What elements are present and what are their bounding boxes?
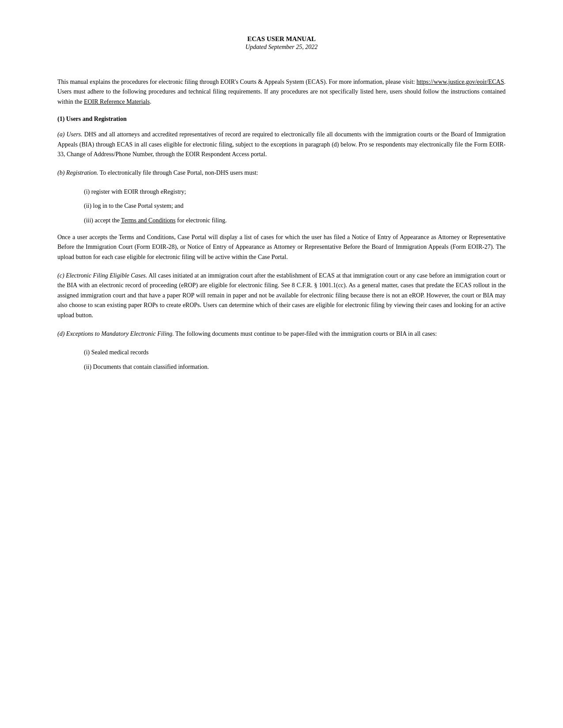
subsection-c-paragraph: (c) Electronic Filing Eligible Cases. Al… <box>57 271 506 320</box>
list-item-b-iii: (iii) accept the Terms and Conditions fo… <box>84 216 506 225</box>
subsection-b-list: (i) register with EOIR through eRegistry… <box>84 187 506 225</box>
eoir-reference-link[interactable]: EOIR Reference Materials <box>84 98 150 105</box>
after-list-b-paragraph: Once a user accepts the Terms and Condit… <box>57 233 506 262</box>
subsection-d-paragraph: (d) Exceptions to Mandatory Electronic F… <box>57 329 506 339</box>
subsection-d-list: (i) Sealed medical records (ii) Document… <box>84 348 506 372</box>
document-title: ECAS USER MANUAL <box>57 35 506 43</box>
document-header: ECAS USER MANUAL Updated September 25, 2… <box>57 35 506 51</box>
subsection-b-text: To electronically file through Case Port… <box>98 169 258 176</box>
terms-conditions-link[interactable]: Terms and Conditions <box>121 217 175 224</box>
subsection-b-label: (b) Registration. <box>57 169 98 176</box>
ecas-link[interactable]: https://www.justice.gov/eoir/ECAS <box>416 79 504 85</box>
document-page: ECAS USER MANUAL Updated September 25, 2… <box>0 0 563 728</box>
subsection-a-label: (a) Users. <box>57 131 83 138</box>
list-item-d-i: (i) Sealed medical records <box>84 348 506 357</box>
subsection-a-paragraph: (a) Users. DHS and all attorneys and acc… <box>57 130 506 159</box>
section1-heading: (1) Users and Registration <box>57 116 506 123</box>
subsection-c-text: All cases initiated at an immigration co… <box>57 272 506 319</box>
subsection-d-label: (d) Exceptions to Mandatory Electronic F… <box>57 330 174 337</box>
intro-text-end: . <box>150 98 151 105</box>
subsection-a-text: DHS and all attorneys and accredited rep… <box>57 131 506 158</box>
subsection-c-label: (c) Electronic Filing Eligible Cases. <box>57 272 147 279</box>
subsection-d-text: The following documents must continue to… <box>174 330 437 337</box>
list-item-b-i: (i) register with EOIR through eRegistry… <box>84 187 506 197</box>
intro-paragraph: This manual explains the procedures for … <box>57 77 506 107</box>
list-item-d-ii: (ii) Documents that contain classified i… <box>84 362 506 372</box>
document-subtitle: Updated September 25, 2022 <box>57 44 506 51</box>
intro-text-before-link1: This manual explains the procedures for … <box>57 79 416 85</box>
subsection-b-paragraph: (b) Registration. To electronically file… <box>57 168 506 178</box>
list-item-b-ii: (ii) log in to the Case Portal system; a… <box>84 201 506 211</box>
